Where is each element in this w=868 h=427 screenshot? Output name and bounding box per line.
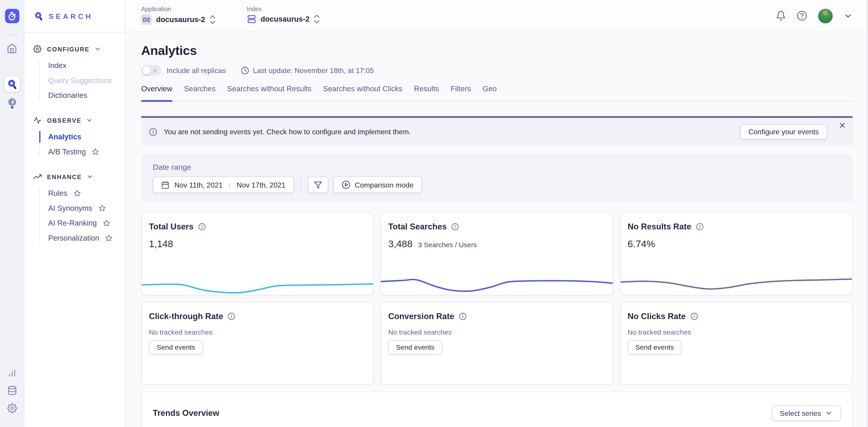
chevron-down-icon[interactable] bbox=[844, 11, 852, 20]
info-icon[interactable] bbox=[696, 223, 704, 230]
application-selector[interactable]: D2 docusaurus-2 bbox=[141, 14, 215, 25]
date-end: Nov 17th, 2021 bbox=[237, 180, 285, 189]
card-conversion-rate: Conversion Rate No tracked searches Send… bbox=[380, 302, 613, 385]
help-icon[interactable] bbox=[797, 10, 807, 21]
sidebar-item-ai-synonyms[interactable]: AI Synonyms bbox=[24, 201, 125, 216]
database-icon[interactable] bbox=[7, 386, 17, 396]
activity-icon bbox=[33, 116, 41, 124]
main-area: Application D2 docusaurus-2 Index bbox=[126, 0, 868, 427]
date-range-panel: Date range Nov 11th, 2021 | Nov 17th, 20… bbox=[141, 154, 853, 202]
nav-section-label: ENHANCE bbox=[47, 173, 82, 180]
select-series-label: Select series bbox=[780, 409, 821, 417]
star-icon[interactable] bbox=[105, 234, 113, 242]
user-avatar[interactable] bbox=[818, 8, 833, 24]
page-title: Analytics bbox=[141, 43, 853, 58]
trending-up-icon bbox=[33, 172, 41, 181]
nav-head-configure[interactable]: CONFIGURE bbox=[24, 40, 125, 57]
tab-geo[interactable]: Geo bbox=[483, 85, 497, 101]
nav-section-enhance: ENHANCE Rules AI Synonyms AI Re-Ranking bbox=[24, 168, 125, 245]
lightbulb-icon[interactable] bbox=[6, 97, 18, 109]
toggle-label: Include all replicas bbox=[166, 66, 226, 75]
card-empty-text: No tracked searches bbox=[388, 328, 605, 336]
star-icon[interactable] bbox=[73, 190, 81, 197]
index-value: docusaurus-2 bbox=[260, 15, 309, 23]
index-rack-icon bbox=[247, 14, 256, 24]
timer-app-icon[interactable] bbox=[5, 9, 19, 23]
index-selector[interactable]: docusaurus-2 bbox=[247, 14, 320, 24]
card-click-through-rate: Click-through Rate No tracked searches S… bbox=[141, 302, 374, 385]
toggle-off-x-icon bbox=[152, 68, 158, 73]
application-selector-group: Application D2 docusaurus-2 bbox=[141, 5, 215, 25]
nav-section-observe: OBSERVE Analytics A/B Testing bbox=[24, 112, 125, 159]
topbar: Application D2 docusaurus-2 Index bbox=[126, 0, 868, 32]
card-total-searches: Total Searches 3,488 3 Searches / Users bbox=[380, 212, 613, 295]
info-icon[interactable] bbox=[690, 312, 698, 320]
sidebar-item-label: Personalization bbox=[48, 234, 99, 242]
tab-searches-without-results[interactable]: Searches without Results bbox=[227, 85, 311, 101]
sidebar-item-analytics[interactable]: Analytics bbox=[24, 130, 125, 144]
tab-searches[interactable]: Searches bbox=[184, 85, 216, 101]
tab-searches-without-clicks[interactable]: Searches without Clicks bbox=[323, 85, 402, 101]
funnel-icon bbox=[314, 180, 322, 189]
card-no-clicks-rate: No Clicks Rate No tracked searches Send … bbox=[620, 302, 852, 385]
sidebar-item-query-suggestions[interactable]: Query Suggestions bbox=[24, 73, 125, 88]
select-series-button[interactable]: Select series bbox=[771, 405, 841, 421]
home-icon[interactable] bbox=[7, 43, 17, 54]
tab-results[interactable]: Results bbox=[414, 85, 439, 101]
sparkline-chart bbox=[142, 273, 373, 295]
close-icon[interactable] bbox=[839, 122, 846, 129]
chevron-down-icon bbox=[86, 173, 94, 180]
card-title: Click-through Rate bbox=[149, 311, 223, 321]
send-events-button[interactable]: Send events bbox=[388, 340, 442, 354]
tab-overview[interactable]: Overview bbox=[141, 85, 173, 102]
banner-message: You are not sending events yet. Check ho… bbox=[164, 128, 411, 136]
include-replicas-toggle[interactable] bbox=[141, 65, 161, 76]
sidebar-nav: CONFIGURE Index Query Suggestions Dictio… bbox=[24, 33, 125, 254]
configure-events-button[interactable]: Configure your events bbox=[740, 124, 827, 139]
card-title: Total Users bbox=[149, 222, 194, 231]
card-title: No Clicks Rate bbox=[628, 311, 686, 321]
info-icon[interactable] bbox=[198, 223, 206, 230]
send-events-button[interactable]: Send events bbox=[628, 340, 682, 354]
card-title: No Results Rate bbox=[628, 222, 691, 231]
index-selector-group: Index docusaurus-2 bbox=[247, 5, 320, 24]
date-range-button[interactable]: Nov 11th, 2021 | Nov 17th, 2021 bbox=[153, 176, 294, 193]
search-product-logo[interactable]: SEARCH bbox=[24, 0, 125, 32]
chevron-down-icon bbox=[825, 409, 833, 417]
filter-funnel-button[interactable] bbox=[308, 176, 328, 193]
application-value: docusaurus-2 bbox=[156, 15, 205, 24]
sidebar-item-ai-re-ranking[interactable]: AI Re-Ranking bbox=[24, 216, 125, 231]
nav-head-enhance[interactable]: ENHANCE bbox=[24, 168, 125, 185]
sidebar-item-personalization[interactable]: Personalization bbox=[24, 231, 125, 245]
tab-filters[interactable]: Filters bbox=[451, 85, 471, 101]
last-update-text: Last update: November 18th, at 17:05 bbox=[253, 66, 374, 75]
sidebar-item-label: Index bbox=[48, 61, 66, 70]
sidebar-item-ab-testing[interactable]: A/B Testing bbox=[24, 144, 125, 159]
bar-chart-icon[interactable] bbox=[7, 368, 17, 378]
search-icon[interactable] bbox=[4, 76, 20, 92]
send-events-button[interactable]: Send events bbox=[149, 340, 203, 354]
gear-icon bbox=[33, 45, 41, 53]
info-icon[interactable] bbox=[459, 312, 466, 320]
sidebar-item-rules[interactable]: Rules bbox=[24, 186, 125, 201]
comparison-mode-button[interactable]: Comparison mode bbox=[333, 176, 422, 193]
rail-bottom-group bbox=[7, 368, 17, 413]
gear-icon[interactable] bbox=[7, 403, 17, 413]
nav-head-observe[interactable]: OBSERVE bbox=[24, 112, 125, 129]
metric-cards-row-1: Total Users 1,148 Total Searches bbox=[141, 212, 853, 295]
info-icon[interactable] bbox=[451, 223, 459, 230]
info-icon[interactable] bbox=[227, 312, 235, 320]
date-range-label: Date range bbox=[153, 163, 841, 171]
card-value: 1,148 bbox=[149, 238, 173, 250]
sparkline-chart bbox=[620, 273, 852, 295]
bell-icon[interactable] bbox=[775, 10, 786, 21]
chevron-down-icon bbox=[86, 117, 93, 124]
scrollbar[interactable] bbox=[866, 0, 868, 427]
card-no-results-rate: No Results Rate 6.74% bbox=[620, 212, 852, 295]
star-icon[interactable] bbox=[103, 220, 110, 227]
star-icon[interactable] bbox=[98, 205, 105, 212]
sidebar-item-index[interactable]: Index bbox=[24, 58, 125, 73]
card-subtitle: 3 Searches / Users bbox=[418, 241, 477, 249]
sidebar-item-dictionaries[interactable]: Dictionaries bbox=[24, 88, 125, 103]
star-icon[interactable] bbox=[92, 148, 99, 156]
